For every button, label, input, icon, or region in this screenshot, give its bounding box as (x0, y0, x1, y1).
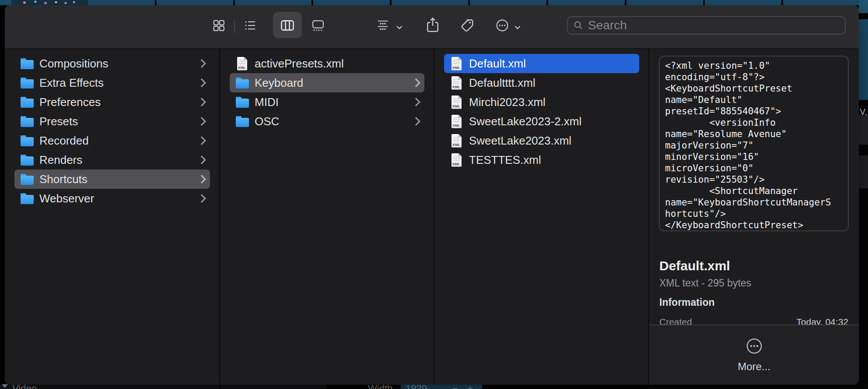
item-label: Renders (39, 153, 195, 167)
chevron-right-icon (197, 78, 206, 87)
chevron-right-icon (412, 98, 420, 106)
item-label: Defaultttt.xml (469, 76, 634, 90)
right-strip-segment (859, 156, 868, 188)
list-view-icon (244, 19, 257, 32)
right-strip-segment (859, 115, 868, 145)
chevron-down-icon (396, 24, 403, 30)
share-button[interactable] (425, 17, 440, 33)
gallery-view-icon (312, 19, 325, 32)
folder-icon (21, 173, 34, 185)
finder-toolbar: Search (5, 5, 859, 49)
more-panel: More... (649, 325, 859, 385)
row-osc[interactable]: OSC (230, 112, 424, 131)
row-shortcuts[interactable]: Shortcuts (14, 170, 210, 189)
tags-button[interactable] (460, 18, 475, 33)
column-1: CompositionsExtra EffectsPreferencesPres… (5, 48, 220, 385)
right-strip-segment: V... (859, 19, 868, 100)
gallery-view-button[interactable] (312, 19, 325, 32)
item-label: Preferences (39, 95, 195, 109)
xml-file-icon: XML (452, 95, 462, 109)
column-view-button[interactable] (280, 18, 295, 33)
item-label: Recorded (39, 134, 195, 148)
chevron-right-icon (197, 194, 206, 203)
row-testtes-xml[interactable]: XMLTESTTES.xml (444, 150, 639, 170)
column-3: XMLDefault.xmlXMLDefaultttt.xmlXMLMirchi… (434, 48, 649, 385)
row-keyboard[interactable]: Keyboard (230, 73, 424, 92)
xml-preview-text: <?xml version="1.0" encoding="utf-8"?> <… (665, 60, 843, 231)
item-label: Compositions (39, 57, 195, 71)
chevron-right-icon (197, 136, 206, 145)
clip-thumbnail (11, 0, 88, 5)
preview-file-name: Default.xml (659, 258, 730, 273)
list-view-button[interactable] (244, 19, 257, 32)
folder-icon (236, 116, 249, 127)
folder-icon (21, 96, 34, 108)
information-header: Information (659, 297, 715, 308)
folder-icon (236, 77, 249, 88)
panel-divider (220, 385, 220, 389)
item-label: Default.xml (469, 57, 634, 71)
row-default-xml[interactable]: XMLDefault.xml (444, 54, 639, 73)
search-placeholder: Search (588, 18, 627, 32)
background-app-right-strip: V... (859, 0, 868, 389)
ellipsis-circle-icon (745, 337, 763, 355)
more-options-button[interactable] (495, 18, 509, 32)
row-sweetlake2023-2-xml[interactable]: XMLSweetLake2023-2.xml (444, 112, 639, 131)
item-label: SweetLake2023.xml (469, 134, 634, 148)
row-sweetlake2023-xml[interactable]: XMLSweetLake2023.xml (444, 131, 639, 150)
background-app-top-strip (0, 0, 868, 5)
grid-view-icon (212, 19, 225, 32)
row-extra-effects[interactable]: Extra Effects (14, 73, 210, 92)
search-icon (573, 20, 584, 31)
item-label: OSC (255, 115, 410, 128)
chevron-right-icon (197, 59, 206, 68)
chevron-right-icon (197, 156, 206, 164)
xml-file-icon: XML (237, 57, 247, 71)
more-button[interactable]: More... (738, 361, 770, 373)
background-app-bottom-strip: Video Width 1920 − + (0, 385, 868, 389)
folder-icon (21, 135, 34, 146)
column-view-icon (280, 18, 295, 33)
item-label: activePresets.xml (255, 57, 419, 71)
xml-file-icon: XML (452, 153, 462, 167)
folder-icon (21, 193, 34, 204)
column-browser: CompositionsExtra EffectsPreferencesPres… (5, 48, 859, 385)
row-activepresets-xml[interactable]: XMLactivePresets.xml (230, 54, 424, 73)
group-options-chevron[interactable] (396, 24, 403, 30)
xml-file-icon: XML (452, 134, 462, 148)
group-by-icon (376, 19, 389, 32)
row-recorded[interactable]: Recorded (14, 131, 210, 150)
chevron-right-icon (412, 117, 420, 126)
bottom-panel (0, 385, 326, 389)
row-renders[interactable]: Renders (14, 150, 210, 170)
item-label: SweetLake2023-2.xml (469, 115, 634, 128)
row-midi[interactable]: MIDI (230, 92, 424, 112)
item-label: Keyboard (255, 76, 410, 90)
row-webserver[interactable]: Webserver (14, 189, 210, 208)
more-options-chevron[interactable] (514, 24, 522, 30)
row-defaultttt-xml[interactable]: XMLDefaultttt.xml (444, 73, 639, 92)
xml-preview-box: <?xml version="1.0" encoding="utf-8"?> <… (659, 56, 849, 231)
ellipsis-circle-icon (495, 18, 509, 32)
row-compositions[interactable]: Compositions (14, 54, 210, 73)
toolbar-separator (234, 20, 235, 33)
row-mirchi2023-xml[interactable]: XMLMirchi2023.xml (444, 92, 639, 112)
item-label: Extra Effects (39, 76, 195, 90)
chevron-right-icon (197, 98, 206, 106)
folder-icon (21, 154, 34, 166)
disclosure-triangle-icon (2, 384, 8, 388)
item-label: MIDI (255, 95, 410, 109)
share-icon (425, 17, 440, 33)
search-input[interactable]: Search (567, 16, 846, 35)
chevron-right-icon (197, 175, 206, 184)
icon-view-button[interactable] (212, 19, 225, 32)
group-options-button[interactable] (376, 19, 389, 32)
item-label: Presets (39, 115, 195, 128)
item-label: Shortcuts (39, 173, 195, 186)
screen: V... Video Width 1920 − + (0, 0, 868, 389)
preview-file-meta: XML text - 295 bytes (659, 277, 751, 289)
xml-file-icon: XML (452, 115, 462, 128)
row-preferences[interactable]: Preferences (14, 92, 210, 112)
row-presets[interactable]: Presets (14, 112, 210, 131)
column-2: XMLactivePresets.xmlKeyboardMIDIOSC (220, 48, 434, 385)
